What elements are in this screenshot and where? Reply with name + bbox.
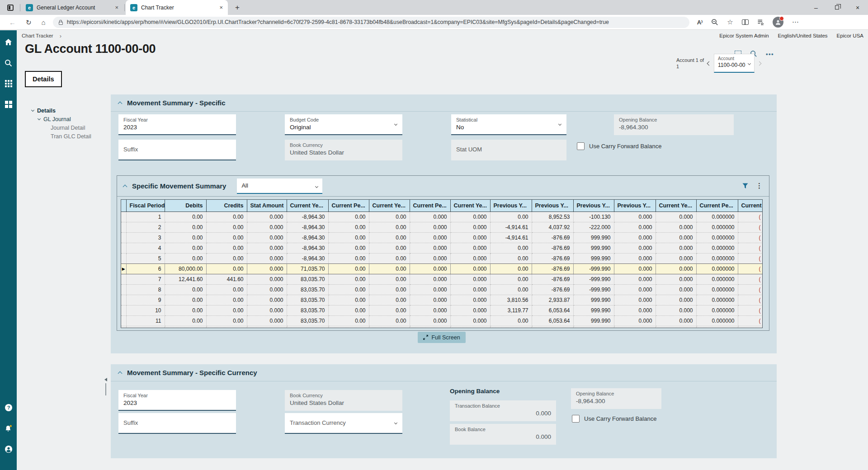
grid-cell[interactable] [121,243,126,253]
grid-cell[interactable]: 0.000 [656,232,696,243]
grid-column-header[interactable]: Previous Y... [614,200,656,212]
notifications-bell-icon[interactable] [3,423,14,434]
grid-cell[interactable]: 0.00 [369,263,410,274]
zoom-icon[interactable] [711,19,718,26]
grid-cell[interactable]: 0.00 [490,315,532,326]
grid-cell[interactable]: 0.000 [614,315,656,326]
grid-cell[interactable]: ( [738,222,762,232]
grid-cell[interactable]: 11 [126,315,165,326]
search-icon[interactable] [3,57,14,68]
grid-cell[interactable]: 0.000 [410,263,450,274]
grid-row[interactable]: 110.000.000.00083,035.700.000.000.0000.0… [121,315,762,326]
filter-icon[interactable] [742,183,748,189]
grid-cell[interactable]: 83,035.70 [287,326,328,328]
grid-cell[interactable]: 0.00 [165,305,206,315]
grid-cell[interactable]: 0.00 [165,326,206,328]
grid-cell[interactable]: 0.00 [206,284,247,295]
grid-cell[interactable]: 999.990 [573,315,614,326]
grid-cell[interactable] [121,222,126,232]
grid-cell[interactable]: 0.00 [328,284,369,295]
grid-cell[interactable]: 0.00 [328,232,369,243]
url-bar[interactable]: https://epicorsi/kinetic/apps/erp/home/#… [53,17,689,28]
grid-column-header[interactable]: Current Pe... [410,200,450,212]
grid-cell[interactable]: 0.000 [614,274,656,284]
split-screen-icon[interactable] [742,19,749,25]
grid-cell[interactable]: 0.000 [247,253,287,263]
grid-cell[interactable]: 0.00 [328,263,369,274]
grid-cell[interactable]: 83,035.70 [287,274,328,284]
section-header[interactable]: Movement Summary - Specific [111,94,777,112]
grid-cell[interactable]: -876.69 [532,253,573,263]
grid-cell[interactable]: 0.00 [490,284,532,295]
grid-cell[interactable]: 0.000000 [696,284,738,295]
grid-cell[interactable]: 0.000 [450,305,490,315]
grid-cell[interactable] [121,232,126,243]
grid-cell[interactable]: 83,035.70 [287,305,328,315]
grid-cell[interactable]: 0.00 [490,274,532,284]
grid-cell[interactable]: 0.000 [247,284,287,295]
tab-chart-tracker[interactable]: e Chart Tracker × [126,0,228,15]
grid-cell[interactable]: -876.69 [532,274,573,284]
grid-cell[interactable]: 0.00 [328,315,369,326]
grid-cell[interactable]: 83,035.70 [287,295,328,305]
grid-cell[interactable]: 0.00 [369,274,410,284]
grid-cell[interactable]: 0.000 [656,326,696,328]
grid-cell[interactable]: 0.000000 [696,305,738,315]
grid-cell[interactable]: 0.000 [247,274,287,284]
grid-cell[interactable]: -8,964.30 [287,253,328,263]
grid-cell[interactable]: 0.000 [656,243,696,253]
grid-cell[interactable]: 0.000000 [696,212,738,222]
grid-cell[interactable]: 0.00 [490,253,532,263]
close-window-button[interactable]: × [847,0,868,15]
grid-cell[interactable]: 999.990 [573,232,614,243]
grid-cell[interactable]: -8,964.30 [287,212,328,222]
grid-cell[interactable]: 0.000 [247,295,287,305]
grid-cell[interactable]: 0.000 [410,212,450,222]
grid-cell[interactable]: 5 [126,253,165,263]
grid-cell[interactable]: 0.000 [614,222,656,232]
grid-cell[interactable]: 999.990 [573,243,614,253]
tree-item-tran-glc-detail[interactable]: Tran GLC Detail [32,132,91,141]
grid-row[interactable]: 100.000.000.00083,035.700.000.000.0000.0… [121,305,762,315]
grid-cell[interactable]: 0.00 [206,315,247,326]
apps-grid-icon[interactable] [3,78,14,89]
grid-cell[interactable]: 0.000000 [696,263,738,274]
tree-item-journal-detail[interactable]: Journal Detail [32,123,91,132]
grid-cell[interactable]: 0.000 [410,315,450,326]
grid-cell[interactable]: 9 [126,295,165,305]
grid-cell[interactable]: 0.000000 [696,243,738,253]
grid-cell[interactable]: 0.000 [410,284,450,295]
grid-column-header[interactable]: Current Pe... [696,200,738,212]
grid-cell[interactable]: 0.000 [247,315,287,326]
grid-cell[interactable]: 0.00 [165,212,206,222]
grid-cell[interactable]: 0.00 [165,253,206,263]
grid-cell[interactable]: 0.00 [328,326,369,328]
grid-column-header[interactable]: Fiscal Period [126,200,165,212]
full-screen-button[interactable]: Full Screen [418,332,466,343]
grid-cell[interactable]: 4 [126,243,165,253]
grid-cell[interactable]: 7 [126,274,165,284]
breadcrumb-item[interactable]: Chart Tracker [22,33,53,38]
use-carry-forward-checkbox[interactable] [572,415,580,423]
grid-cell[interactable]: 0.00 [369,315,410,326]
grid-column-header[interactable]: Previous Y... [532,200,573,212]
grid-cell[interactable]: 0.000 [247,263,287,274]
new-tab-button[interactable]: + [232,3,242,12]
grid-row[interactable]: 40.000.000.000-8,964.300.000.000.0000.00… [121,243,762,253]
collections-icon[interactable] [757,19,764,25]
grid-cell[interactable]: ( [738,232,762,243]
grid-cell[interactable]: 12 [126,326,165,328]
grid-cell[interactable]: -4,914.61 [490,232,532,243]
restore-button[interactable] [826,0,847,15]
minimize-button[interactable]: – [806,0,826,15]
grid-cell[interactable]: 0.00 [369,222,410,232]
currency-fiscal-year-field[interactable]: Fiscal Year 2023 [118,390,236,411]
tree-expand-icon[interactable] [38,117,41,120]
grid-cell[interactable]: 0.00 [369,243,410,253]
grid-cell[interactable] [121,284,126,295]
grid-cell[interactable]: 1 [126,212,165,222]
grid-cell[interactable]: 0.000 [656,253,696,263]
grid-column-header[interactable]: Debits [165,200,206,212]
browser-home-button[interactable]: ⌂ [42,19,46,26]
grid-cell[interactable]: 0.00 [206,212,247,222]
